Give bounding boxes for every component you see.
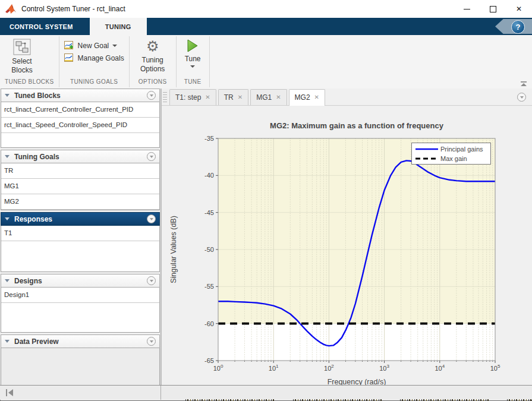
tuning-options-button[interactable]: ⚙ Tuning Options: [134, 37, 171, 75]
gear-icon: ⚙: [146, 39, 159, 54]
window-title: Control System Tuner - rct_linact: [21, 5, 125, 13]
panel-menu-icon[interactable]: [147, 214, 156, 223]
group-tuning-goals: New Goal Manage Goals TUNING GOALS: [59, 35, 129, 89]
collapse-panel-icon[interactable]: [6, 389, 14, 396]
doc-tab-tr[interactable]: TR✕: [218, 89, 248, 105]
doc-tab-t1-step[interactable]: T1: step✕: [169, 89, 216, 105]
tab-close-icon[interactable]: ✕: [314, 94, 319, 100]
x-tick-label: 104: [435, 364, 445, 372]
control-system-tuner-window: Control System Tuner - rct_linact ✕ CONT…: [0, 0, 532, 401]
maximize-button[interactable]: [480, 0, 506, 18]
mg2-plot: 100101102103104105-35-40-45-50-55-60-65M…: [162, 106, 532, 386]
empty-list-space: [1, 133, 159, 147]
panel-list: Design1: [1, 288, 160, 333]
figure-container: 100101102103104105-35-40-45-50-55-60-65M…: [162, 106, 532, 386]
new-goal-dropdown-icon: [112, 45, 117, 47]
tab-bar-actions-icon[interactable]: [517, 93, 526, 102]
group-caption-options: OPTIONS: [134, 78, 171, 89]
data-browser-sidebar: Tuned Blocksrct_linact_Current_Controlle…: [0, 89, 160, 385]
panel-header-responses[interactable]: Responses: [1, 212, 160, 226]
block-diagram-icon: [13, 39, 31, 55]
list-item[interactable]: rct_linact_Speed_Controller_Speed_PID: [1, 118, 159, 133]
list-item[interactable]: TR: [1, 163, 159, 179]
panel-responses: ResponsesT1: [1, 212, 160, 272]
doc-tab-label: MG1: [256, 93, 272, 102]
collapse-triangle-icon: [5, 340, 10, 343]
legend-entry-max-gain: Max gain: [440, 155, 467, 162]
tab-close-icon[interactable]: ✕: [238, 94, 243, 100]
toolstrip-tab-bar: CONTROL SYSTEM TUNING: [0, 18, 532, 35]
panel-header-designs[interactable]: Designs: [1, 274, 160, 288]
y-tick-label: -50: [204, 246, 214, 253]
doc-tab-label: TR: [224, 93, 234, 102]
close-button[interactable]: ✕: [506, 0, 532, 18]
new-goal-button[interactable]: New Goal: [64, 41, 124, 50]
panel-header-tuned-blocks[interactable]: Tuned Blocks: [1, 89, 160, 102]
panel-header-tuning-goals[interactable]: Tuning Goals: [1, 150, 160, 163]
status-bar: [0, 385, 532, 400]
collapse-triangle-icon: [5, 94, 10, 97]
manage-goals-icon: [64, 53, 74, 62]
manage-goals-button[interactable]: Manage Goals: [64, 53, 124, 62]
collapse-triangle-icon: [5, 279, 10, 282]
document-area: T1: step✕TR✕MG1✕MG2✕ 100101102103104105-…: [162, 89, 532, 385]
new-goal-icon: [64, 41, 74, 50]
new-goal-label: New Goal: [78, 42, 109, 50]
group-options: ⚙ Tuning Options OPTIONS: [130, 35, 176, 89]
help-button[interactable]: ?: [511, 20, 525, 34]
tune-label: Tune: [185, 55, 201, 64]
panel-tuned-blocks: Tuned Blocksrct_linact_Current_Controlle…: [1, 89, 160, 148]
panel-title: Tuned Blocks: [14, 91, 142, 100]
minimize-button[interactable]: [454, 0, 480, 18]
y-tick-label: -60: [204, 320, 214, 327]
title-bar: Control System Tuner - rct_linact ✕: [0, 0, 532, 18]
x-tick-label: 103: [379, 364, 389, 372]
panel-title: Responses: [14, 215, 142, 223]
y-tick-label: -40: [204, 172, 214, 179]
panel-menu-icon[interactable]: [147, 91, 156, 100]
tab-close-icon[interactable]: ✕: [276, 94, 281, 100]
tab-bar-grip[interactable]: [163, 92, 167, 102]
collapse-triangle-icon: [5, 217, 10, 220]
panel-menu-icon[interactable]: [147, 152, 156, 161]
main-content: Tuned Blocksrct_linact_Current_Controlle…: [0, 89, 532, 385]
y-axis-label: Singular Values (dB): [169, 216, 178, 283]
legend[interactable]: Principal gainsMax gain: [412, 143, 491, 165]
panel-header-data-preview[interactable]: Data Preview: [1, 334, 160, 348]
group-tune: Tune TUNE: [177, 35, 209, 89]
y-tick-label: -55: [204, 283, 214, 290]
group-tuned-blocks: Select Blocks TUNED BLOCKS: [0, 35, 59, 89]
list-item[interactable]: rct_linact_Current_Controller_Current_PI…: [1, 102, 159, 118]
select-blocks-label: Select Blocks: [8, 57, 36, 75]
x-tick-label: 102: [324, 364, 334, 372]
tab-close-icon[interactable]: ✕: [205, 94, 210, 100]
group-caption-tuned-blocks: TUNED BLOCKS: [5, 78, 54, 89]
empty-list-space: [1, 303, 159, 332]
panel-menu-icon[interactable]: [147, 276, 156, 285]
panel-tuning-goals: Tuning GoalsTRMG1MG2: [1, 150, 160, 210]
y-tick-label: -35: [204, 135, 214, 142]
panel-menu-icon[interactable]: [147, 337, 156, 346]
document-tab-bar: T1: step✕TR✕MG1✕MG2✕: [162, 89, 532, 106]
collapse-ribbon-icon[interactable]: [520, 81, 527, 87]
select-blocks-button[interactable]: Select Blocks: [5, 37, 39, 76]
panel-list: rct_linact_Current_Controller_Current_PI…: [1, 102, 160, 148]
x-tick-label: 100: [213, 364, 223, 372]
tab-control-system[interactable]: CONTROL SYSTEM: [0, 18, 83, 35]
panel-title: Tuning Goals: [14, 153, 142, 161]
doc-tab-mg1[interactable]: MG1✕: [250, 89, 287, 105]
list-item[interactable]: Design1: [1, 288, 159, 303]
doc-tab-mg2[interactable]: MG2✕: [289, 89, 325, 106]
list-item[interactable]: MG1: [1, 179, 159, 194]
doc-tab-label: T1: step: [175, 93, 201, 102]
tune-button[interactable]: Tune: [181, 37, 204, 69]
list-item[interactable]: T1: [1, 226, 159, 241]
panel-designs: DesignsDesign1: [1, 274, 160, 333]
panel-list: TRMG1MG2: [1, 163, 160, 210]
y-tick-label: -65: [204, 357, 214, 364]
ribbon: Select Blocks TUNED BLOCKS New Goal: [0, 35, 532, 89]
tab-tuning[interactable]: TUNING: [90, 18, 147, 35]
list-item[interactable]: MG2: [1, 194, 159, 210]
collapse-triangle-icon: [5, 155, 10, 158]
y-tick-label: -45: [204, 209, 214, 216]
